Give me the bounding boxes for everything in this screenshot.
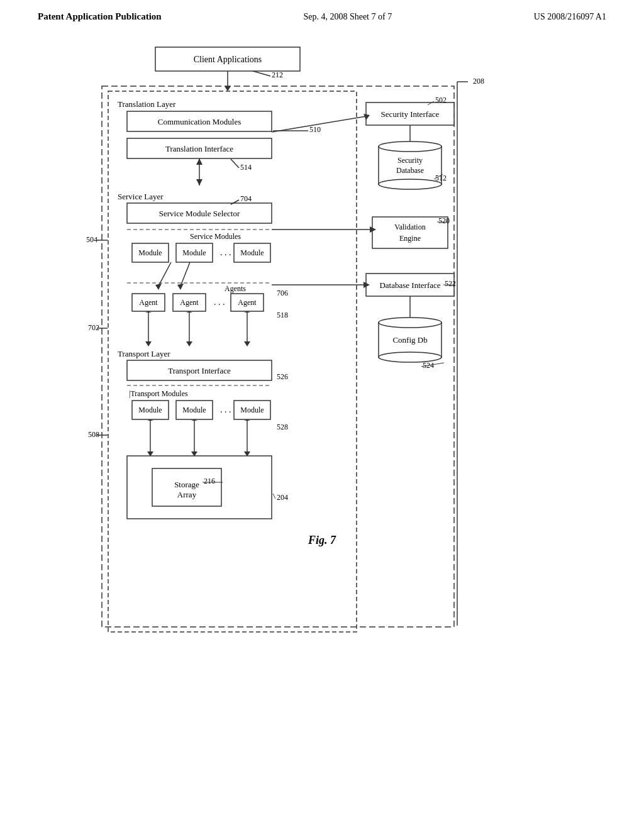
svg-rect-63 (379, 147, 441, 184)
translation-layer-label: Translation Layer (118, 99, 176, 109)
label-518: 518 (277, 311, 288, 319)
transport-interface-text: Transport Interface (168, 366, 231, 375)
label-526: 526 (277, 372, 288, 381)
t-module1-text: Module (138, 406, 162, 414)
t-module3-text: Module (240, 406, 264, 414)
label-502: 502 (435, 96, 447, 104)
svg-marker-14 (196, 158, 203, 165)
svg-line-1 (253, 71, 270, 76)
svg-line-58 (273, 494, 275, 499)
service-layer-label: Service Layer (118, 192, 164, 201)
label-508: 508 (88, 430, 99, 439)
label-216: 216 (204, 477, 215, 485)
security-db-text1: Security (397, 156, 423, 165)
svc-dots: . . . (220, 248, 231, 257)
svc-module3-text: Module (240, 248, 264, 257)
agent-dots: . . . (214, 297, 225, 307)
comm-modules-text: Communication Modules (158, 117, 242, 126)
svg-marker-32 (145, 341, 152, 346)
svg-marker-35 (186, 341, 192, 346)
validation-engine-text1: Validation (394, 223, 425, 231)
page-header: Patent Application Publication Sep. 4, 2… (0, 0, 644, 28)
diagram-area: Client Applications 212 208 504 Translat… (45, 35, 599, 764)
svg-point-65 (379, 179, 441, 189)
date-sheet-label: Sep. 4, 2008 Sheet 7 of 7 (303, 12, 392, 22)
svg-marker-5 (225, 86, 231, 91)
security-interface-text: Security Interface (381, 109, 440, 119)
label-514: 514 (240, 163, 252, 172)
svg-line-24 (180, 262, 190, 286)
agents-label: Agents (225, 284, 246, 293)
storage-array-text2: Array (177, 490, 197, 499)
service-module-selector-text: Service Module Selector (159, 209, 240, 218)
label-522: 522 (445, 279, 456, 288)
config-db-text: Config Db (392, 335, 427, 345)
svc-module2-text: Module (182, 248, 206, 257)
storage-array-text: Storage (174, 480, 199, 489)
agent3-text: Agent (238, 298, 257, 307)
label-520: 520 (438, 216, 450, 225)
svg-marker-38 (244, 341, 250, 346)
diagram-svg: Client Applications 212 208 504 Translat… (45, 35, 599, 764)
service-modules-label: Service Modules (190, 232, 241, 241)
label-706: 706 (277, 289, 288, 297)
publication-label: Patent Application Publication (38, 11, 162, 22)
label-704: 704 (240, 194, 252, 203)
label-702: 702 (88, 323, 99, 332)
t-dots: . . . (220, 405, 231, 414)
label-504: 504 (86, 235, 97, 244)
label-212: 212 (272, 70, 283, 79)
patent-number-label: US 2008/216097 A1 (534, 12, 606, 22)
svc-module1-text: Module (138, 248, 162, 257)
security-db-text2: Database (396, 166, 424, 175)
transport-modules-label: |Transport Modules (129, 389, 188, 398)
label-208: 208 (473, 77, 484, 86)
client-applications-text: Client Applications (194, 55, 262, 64)
label-512: 512 (435, 174, 447, 182)
svg-line-12 (231, 159, 239, 168)
svg-rect-67 (372, 217, 448, 248)
label-204: 204 (277, 493, 288, 502)
transport-layer-label: Transport Layer (118, 349, 170, 358)
translation-interface-text: Translation Interface (165, 144, 233, 153)
svg-marker-15 (196, 179, 203, 185)
label-528: 528 (277, 423, 288, 431)
t-module2-text: Module (182, 406, 206, 414)
fig-label: Fig. 7 (308, 534, 336, 546)
svg-line-22 (158, 262, 171, 286)
svg-point-74 (379, 318, 441, 328)
svg-marker-23 (155, 284, 162, 290)
label-510: 510 (309, 125, 321, 134)
svg-marker-25 (177, 284, 184, 290)
svg-point-64 (379, 141, 441, 152)
validation-engine-text2: Engine (399, 234, 421, 243)
agent2-text: Agent (180, 298, 199, 307)
agent1-text: Agent (139, 298, 158, 307)
database-interface-text: Database Interface (379, 280, 440, 290)
